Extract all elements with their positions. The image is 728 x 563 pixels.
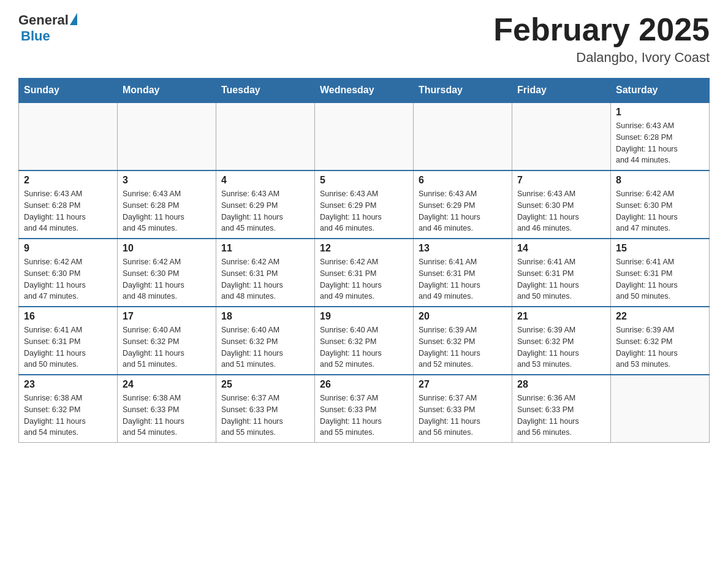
day-number: 7 (517, 175, 605, 186)
calendar-cell: 9Sunrise: 6:42 AM Sunset: 6:30 PM Daylig… (19, 239, 118, 307)
day-info: Sunrise: 6:43 AM Sunset: 6:29 PM Dayligh… (320, 188, 408, 234)
calendar-cell: 8Sunrise: 6:42 AM Sunset: 6:30 PM Daylig… (611, 170, 710, 239)
calendar-cell: 5Sunrise: 6:43 AM Sunset: 6:29 PM Daylig… (315, 170, 414, 239)
calendar-cell: 19Sunrise: 6:40 AM Sunset: 6:32 PM Dayli… (315, 307, 414, 375)
calendar-cell: 21Sunrise: 6:39 AM Sunset: 6:32 PM Dayli… (512, 307, 611, 375)
day-number: 8 (616, 175, 704, 186)
day-info: Sunrise: 6:42 AM Sunset: 6:31 PM Dayligh… (221, 256, 309, 302)
calendar-cell (315, 102, 414, 170)
calendar-cell: 1Sunrise: 6:43 AM Sunset: 6:28 PM Daylig… (611, 102, 710, 170)
calendar-cell: 22Sunrise: 6:39 AM Sunset: 6:32 PM Dayli… (611, 307, 710, 375)
day-number: 15 (616, 243, 704, 254)
calendar-cell: 17Sunrise: 6:40 AM Sunset: 6:32 PM Dayli… (118, 307, 216, 375)
day-number: 6 (419, 175, 507, 186)
weekday-header-monday: Monday (118, 79, 216, 103)
day-number: 24 (123, 379, 211, 390)
day-number: 25 (221, 379, 309, 390)
weekday-header-saturday: Saturday (611, 79, 710, 103)
day-info: Sunrise: 6:43 AM Sunset: 6:28 PM Dayligh… (616, 120, 704, 166)
day-info: Sunrise: 6:41 AM Sunset: 6:31 PM Dayligh… (517, 256, 605, 302)
calendar-cell: 3Sunrise: 6:43 AM Sunset: 6:28 PM Daylig… (118, 170, 216, 239)
day-number: 28 (517, 379, 605, 390)
calendar-cell: 15Sunrise: 6:41 AM Sunset: 6:31 PM Dayli… (611, 239, 710, 307)
calendar-header-row: SundayMondayTuesdayWednesdayThursdayFrid… (19, 79, 710, 103)
day-info: Sunrise: 6:39 AM Sunset: 6:32 PM Dayligh… (419, 324, 507, 370)
day-info: Sunrise: 6:43 AM Sunset: 6:28 PM Dayligh… (24, 188, 112, 234)
day-info: Sunrise: 6:40 AM Sunset: 6:32 PM Dayligh… (123, 324, 211, 370)
day-info: Sunrise: 6:42 AM Sunset: 6:30 PM Dayligh… (616, 188, 704, 234)
day-number: 20 (419, 311, 507, 322)
calendar-cell (118, 102, 216, 170)
day-info: Sunrise: 6:38 AM Sunset: 6:32 PM Dayligh… (24, 393, 112, 439)
day-number: 5 (320, 175, 408, 186)
week-row-4: 16Sunrise: 6:41 AM Sunset: 6:31 PM Dayli… (19, 307, 710, 375)
calendar-cell: 10Sunrise: 6:42 AM Sunset: 6:30 PM Dayli… (118, 239, 216, 307)
calendar-cell: 6Sunrise: 6:43 AM Sunset: 6:29 PM Daylig… (414, 170, 512, 239)
day-info: Sunrise: 6:43 AM Sunset: 6:28 PM Dayligh… (123, 188, 211, 234)
calendar-cell (216, 102, 315, 170)
calendar-cell (414, 102, 512, 170)
day-number: 12 (320, 243, 408, 254)
week-row-1: 1Sunrise: 6:43 AM Sunset: 6:28 PM Daylig… (19, 102, 710, 170)
day-number: 1 (616, 107, 704, 118)
weekday-header-wednesday: Wednesday (315, 79, 414, 103)
calendar-cell (512, 102, 611, 170)
day-info: Sunrise: 6:38 AM Sunset: 6:33 PM Dayligh… (123, 393, 211, 439)
day-info: Sunrise: 6:43 AM Sunset: 6:30 PM Dayligh… (517, 188, 605, 234)
day-info: Sunrise: 6:36 AM Sunset: 6:33 PM Dayligh… (517, 393, 605, 439)
calendar-cell: 28Sunrise: 6:36 AM Sunset: 6:33 PM Dayli… (512, 375, 611, 443)
calendar-table: SundayMondayTuesdayWednesdayThursdayFrid… (18, 78, 710, 443)
day-info: Sunrise: 6:37 AM Sunset: 6:33 PM Dayligh… (221, 393, 309, 439)
day-info: Sunrise: 6:43 AM Sunset: 6:29 PM Dayligh… (419, 188, 507, 234)
logo-general-text: General (18, 12, 69, 28)
logo-triangle-icon (70, 13, 77, 25)
day-number: 13 (419, 243, 507, 254)
calendar-cell: 24Sunrise: 6:38 AM Sunset: 6:33 PM Dayli… (118, 375, 216, 443)
week-row-2: 2Sunrise: 6:43 AM Sunset: 6:28 PM Daylig… (19, 170, 710, 239)
day-info: Sunrise: 6:37 AM Sunset: 6:33 PM Dayligh… (320, 393, 408, 439)
day-number: 14 (517, 243, 605, 254)
day-number: 21 (517, 311, 605, 322)
day-info: Sunrise: 6:39 AM Sunset: 6:32 PM Dayligh… (517, 324, 605, 370)
calendar-cell: 27Sunrise: 6:37 AM Sunset: 6:33 PM Dayli… (414, 375, 512, 443)
day-info: Sunrise: 6:42 AM Sunset: 6:30 PM Dayligh… (24, 256, 112, 302)
calendar-cell: 11Sunrise: 6:42 AM Sunset: 6:31 PM Dayli… (216, 239, 315, 307)
day-info: Sunrise: 6:39 AM Sunset: 6:32 PM Dayligh… (616, 324, 704, 370)
day-number: 22 (616, 311, 704, 322)
week-row-3: 9Sunrise: 6:42 AM Sunset: 6:30 PM Daylig… (19, 239, 710, 307)
day-info: Sunrise: 6:37 AM Sunset: 6:33 PM Dayligh… (419, 393, 507, 439)
day-number: 10 (123, 243, 211, 254)
day-info: Sunrise: 6:42 AM Sunset: 6:30 PM Dayligh… (123, 256, 211, 302)
calendar-cell: 4Sunrise: 6:43 AM Sunset: 6:29 PM Daylig… (216, 170, 315, 239)
calendar-title: February 2025 (493, 12, 710, 47)
logo-blue-text: Blue (21, 28, 50, 44)
day-info: Sunrise: 6:40 AM Sunset: 6:32 PM Dayligh… (221, 324, 309, 370)
calendar-cell: 26Sunrise: 6:37 AM Sunset: 6:33 PM Dayli… (315, 375, 414, 443)
day-number: 19 (320, 311, 408, 322)
calendar-cell: 20Sunrise: 6:39 AM Sunset: 6:32 PM Dayli… (414, 307, 512, 375)
calendar-subtitle: Dalangbo, Ivory Coast (493, 50, 710, 66)
day-info: Sunrise: 6:40 AM Sunset: 6:32 PM Dayligh… (320, 324, 408, 370)
weekday-header-thursday: Thursday (414, 79, 512, 103)
day-number: 11 (221, 243, 309, 254)
day-number: 17 (123, 311, 211, 322)
title-block: February 2025 Dalangbo, Ivory Coast (493, 12, 710, 66)
day-info: Sunrise: 6:41 AM Sunset: 6:31 PM Dayligh… (24, 324, 112, 370)
calendar-cell: 23Sunrise: 6:38 AM Sunset: 6:32 PM Dayli… (19, 375, 118, 443)
day-number: 27 (419, 379, 507, 390)
day-info: Sunrise: 6:42 AM Sunset: 6:31 PM Dayligh… (320, 256, 408, 302)
page-header: General Blue February 2025 Dalangbo, Ivo… (18, 12, 710, 66)
calendar-cell (611, 375, 710, 443)
day-number: 16 (24, 311, 112, 322)
logo: General Blue (18, 12, 77, 44)
calendar-cell: 7Sunrise: 6:43 AM Sunset: 6:30 PM Daylig… (512, 170, 611, 239)
day-info: Sunrise: 6:43 AM Sunset: 6:29 PM Dayligh… (221, 188, 309, 234)
calendar-cell (19, 102, 118, 170)
day-number: 9 (24, 243, 112, 254)
day-number: 2 (24, 175, 112, 186)
day-number: 26 (320, 379, 408, 390)
week-row-5: 23Sunrise: 6:38 AM Sunset: 6:32 PM Dayli… (19, 375, 710, 443)
weekday-header-tuesday: Tuesday (216, 79, 315, 103)
calendar-cell: 18Sunrise: 6:40 AM Sunset: 6:32 PM Dayli… (216, 307, 315, 375)
day-number: 23 (24, 379, 112, 390)
